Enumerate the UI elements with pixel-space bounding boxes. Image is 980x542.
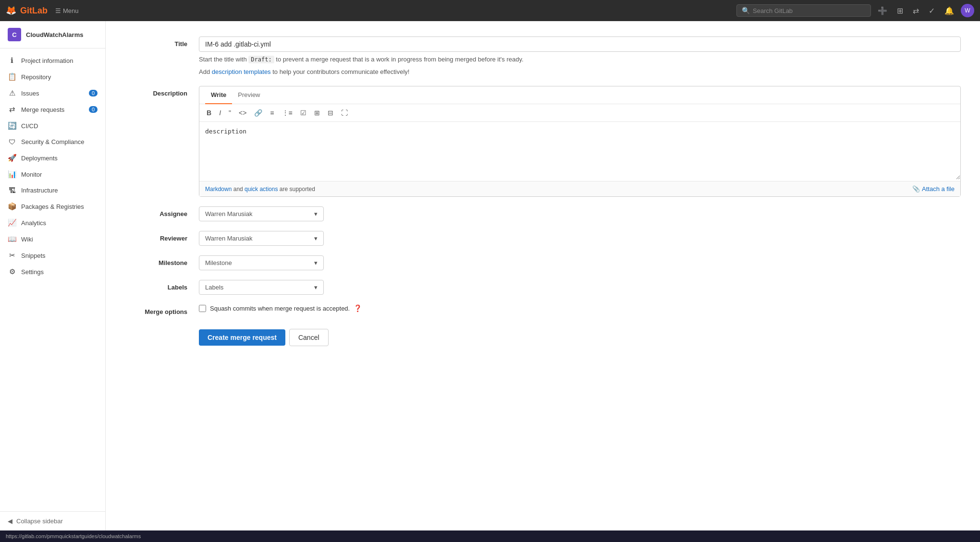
sidebar-item-packages-registries[interactable]: 📦 Packages & Registries [0, 198, 105, 215]
attach-file-button[interactable]: 📎 Attach a file [912, 185, 955, 193]
search-input[interactable] [753, 7, 866, 14]
sidebar-item-label: Infrastructure [21, 187, 58, 194]
hint-link-suffix: to help your contributors communicate ef… [272, 68, 409, 75]
milestone-label: Milestone [125, 255, 187, 266]
reviewer-select[interactable]: Warren Marusiak ▾ [199, 231, 324, 246]
toolbar-fullscreen[interactable]: ⛶ [338, 107, 351, 119]
markdown-link[interactable]: Markdown [205, 186, 232, 193]
attach-file-label: Attach a file [922, 185, 955, 193]
new-item-icon[interactable]: ➕ [875, 4, 890, 17]
sidebar-item-label: Security & Compliance [21, 138, 85, 145]
reviewer-field: Warren Marusiak ▾ [199, 231, 961, 246]
assignee-select[interactable]: Warren Marusiak ▾ [199, 206, 324, 221]
description-template-hint: Add description templates to help your c… [199, 67, 961, 77]
notifications-icon[interactable]: 🔔 [942, 4, 957, 17]
sidebar-item-label: Snippets [21, 252, 46, 259]
hint-suffix: to prevent a merge request that is a wor… [276, 56, 523, 63]
project-avatar: C [8, 28, 21, 41]
labels-field: Labels ▾ [199, 280, 961, 295]
help-icon[interactable]: ❓ [354, 304, 362, 312]
milestone-field: Milestone ▾ [199, 255, 961, 270]
sidebar-item-analytics[interactable]: 📈 Analytics [0, 215, 105, 231]
user-avatar[interactable]: W [961, 4, 974, 17]
toolbar-numbered-list[interactable]: ⋮≡ [279, 107, 296, 119]
attach-icon: 📎 [912, 185, 920, 193]
toolbar-quote[interactable]: " [225, 107, 234, 119]
sidebar-item-infrastructure[interactable]: 🏗 Infrastructure [0, 182, 105, 198]
description-label: Description [125, 86, 187, 97]
tab-write[interactable]: Write [205, 86, 232, 104]
editor-footer-text: Markdown and quick actions are supported [205, 186, 315, 193]
home-icon[interactable]: ⊞ [894, 4, 906, 17]
info-icon: ℹ [8, 56, 16, 65]
title-row: Title Start the title with Draft: to pre… [125, 36, 961, 76]
toolbar-link[interactable]: 🔗 [251, 107, 266, 119]
sidebar-item-label: Settings [21, 268, 44, 276]
sidebar-nav: ℹ Project information 📋 Repository ⚠ Iss… [0, 48, 105, 511]
sidebar-item-label: Deployments [21, 155, 58, 162]
labels-label: Labels [125, 280, 187, 291]
description-templates-link[interactable]: description templates [212, 68, 271, 75]
sidebar-item-monitor[interactable]: 📊 Monitor [0, 166, 105, 182]
brand-logo[interactable]: 🦊 GitLab [6, 5, 48, 16]
labels-select[interactable]: Labels ▾ [199, 280, 324, 295]
sidebar-item-issues[interactable]: ⚠ Issues 0 [0, 85, 105, 101]
cancel-button[interactable]: Cancel [289, 329, 329, 346]
toolbar-bold[interactable]: B [203, 107, 215, 119]
global-search[interactable]: 🔍 [736, 4, 871, 17]
sidebar-item-settings[interactable]: ⚙ Settings [0, 264, 105, 280]
monitor-icon: 📊 [8, 170, 16, 179]
milestone-select[interactable]: Milestone ▾ [199, 255, 324, 270]
toolbar-task-list[interactable]: ☑ [297, 107, 310, 119]
title-hint: Start the title with Draft: to prevent a… [199, 55, 961, 64]
squash-checkbox[interactable] [199, 305, 206, 312]
title-input[interactable] [199, 36, 961, 52]
settings-icon: ⚙ [8, 267, 16, 276]
sidebar-item-label: Packages & Registries [21, 203, 84, 210]
editor-toolbar: B I " <> 🔗 ≡ ⋮≡ ☑ ⊞ ⊟ ⛶ [199, 104, 960, 122]
chevron-down-icon: ▾ [314, 284, 318, 291]
milestone-placeholder: Milestone [205, 259, 232, 266]
description-row: Description Write Preview B I " <> 🔗 ≡ ⋮… [125, 86, 961, 197]
sidebar-item-project-information[interactable]: ℹ Project information [0, 52, 105, 69]
sidebar-item-merge-requests[interactable]: ⇄ Merge requests 0 [0, 101, 105, 118]
collapse-sidebar-button[interactable]: ◀ Collapse sidebar [0, 511, 105, 530]
title-field: Start the title with Draft: to prevent a… [199, 36, 961, 76]
snippets-icon: ✂ [8, 251, 16, 260]
merge-icon[interactable]: ⇄ [910, 4, 922, 17]
sidebar-item-label: Issues [21, 90, 39, 97]
tab-preview[interactable]: Preview [232, 86, 266, 104]
toolbar-code[interactable]: <> [235, 107, 250, 119]
deployments-icon: 🚀 [8, 154, 16, 162]
toolbar-indent[interactable]: ⊞ [311, 107, 323, 119]
title-label: Title [125, 36, 187, 48]
menu-button[interactable]: ☰ Menu [51, 5, 83, 16]
main-content: Title Start the title with Draft: to pre… [106, 21, 980, 530]
toolbar-table[interactable]: ⊟ [324, 107, 337, 119]
merge-options-field: Squash commits when merge request is acc… [199, 304, 961, 312]
sidebar-item-snippets[interactable]: ✂ Snippets [0, 247, 105, 264]
description-field: Write Preview B I " <> 🔗 ≡ ⋮≡ ☑ ⊞ ⊟ [199, 86, 961, 197]
collapse-label: Collapse sidebar [16, 518, 63, 525]
toolbar-bullet-list[interactable]: ≡ [267, 107, 277, 119]
description-editor[interactable]: description [199, 122, 960, 180]
gitlab-logo-icon: 🦊 [6, 5, 16, 16]
create-merge-request-button[interactable]: Create merge request [199, 329, 285, 346]
sidebar-item-label: CI/CD [21, 122, 38, 130]
reviewer-value: Warren Marusiak [205, 235, 252, 242]
todo-icon[interactable]: ✓ [926, 4, 938, 17]
sidebar-item-wiki[interactable]: 📖 Wiki [0, 231, 105, 247]
editor-tabs: Write Preview [199, 86, 960, 104]
sidebar-project[interactable]: C CloudWatchAlarms [0, 21, 105, 48]
sidebar-item-repository[interactable]: 📋 Repository [0, 69, 105, 85]
sidebar-item-security-compliance[interactable]: 🛡 Security & Compliance [0, 134, 105, 150]
sidebar-item-cicd[interactable]: 🔄 CI/CD [0, 118, 105, 134]
toolbar-italic[interactable]: I [216, 107, 224, 119]
milestone-row: Milestone Milestone ▾ [125, 255, 961, 270]
wiki-icon: 📖 [8, 235, 16, 243]
analytics-icon: 📈 [8, 218, 16, 227]
quick-actions-link[interactable]: quick actions [245, 186, 278, 193]
sidebar-item-deployments[interactable]: 🚀 Deployments [0, 150, 105, 166]
hint-code: Draft: [248, 56, 274, 63]
hint-add: Add [199, 68, 210, 75]
